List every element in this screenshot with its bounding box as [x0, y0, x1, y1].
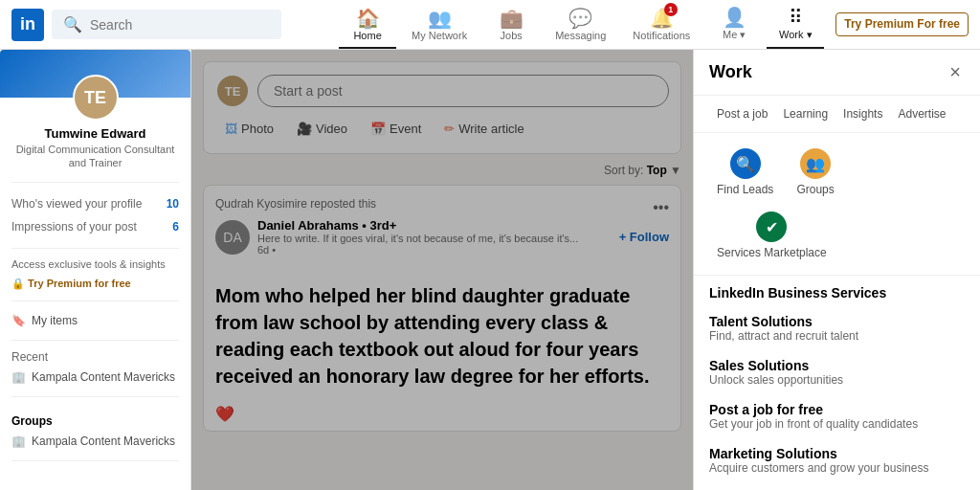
- nav-items: 🏠 Home 👥 My Network 💼 Jobs 💬 Messaging 🔔…: [339, 0, 969, 49]
- article-icon: ✏: [444, 122, 455, 136]
- groups-section: Groups 🏢 Kampala Content Mavericks: [11, 397, 179, 461]
- repost-meta: Qudrah Kyosimire reposted this: [215, 197, 376, 211]
- nav-messaging-label: Messaging: [555, 30, 606, 41]
- service-marketing-desc: Acquire customers and grow your business: [709, 461, 965, 475]
- quick-link-post-job[interactable]: Post a job: [709, 103, 775, 124]
- group-item-0[interactable]: 🏢 Kampala Content Mavericks: [11, 432, 179, 451]
- service-talent[interactable]: Talent Solutions Find, attract and recru…: [694, 306, 980, 350]
- avatar[interactable]: TE: [73, 75, 119, 121]
- groups-link[interactable]: 👥 Groups: [785, 141, 845, 204]
- find-leads-link[interactable]: 🔍 Find Leads: [705, 141, 785, 204]
- recent-section: Recent 🏢 Kampala Content Mavericks: [11, 341, 179, 397]
- stat-impressions-label: Impressions of your post: [11, 220, 137, 234]
- video-button[interactable]: 🎥 Video: [287, 116, 357, 142]
- services-marketplace-icon: ✔: [756, 212, 787, 242]
- video-label: Video: [316, 122, 347, 136]
- avatar-container: TE: [11, 75, 179, 121]
- left-sidebar: TE Tumwine Edward Digital Communication …: [0, 50, 191, 490]
- premium-button[interactable]: Try Premium For free: [835, 12, 969, 37]
- nav-item-notifications[interactable]: 🔔 1 Notifications: [621, 1, 702, 49]
- post-header: Qudrah Kyosimire reposted this ••• DA Da…: [204, 186, 680, 271]
- recent-label: Recent: [11, 350, 179, 364]
- home-icon: 🏠: [356, 7, 380, 30]
- write-article-button[interactable]: ✏ Write article: [434, 116, 533, 142]
- stat-impressions[interactable]: Impressions of your post 6: [11, 215, 179, 238]
- nav-notifications-label: Notifications: [633, 30, 690, 41]
- nav-home-label: Home: [353, 30, 381, 41]
- nav-item-network[interactable]: 👥 My Network: [400, 1, 479, 49]
- sort-label: Sort by:: [604, 164, 643, 177]
- nav-network-label: My Network: [412, 30, 467, 41]
- post-author-row: DA Daniel Abrahams • 3rd+ Here to write.…: [215, 218, 669, 256]
- services-marketplace-label: Services Marketplace: [717, 246, 827, 259]
- post-author-avatar: DA: [215, 220, 250, 255]
- messaging-icon: 💬: [568, 7, 592, 30]
- article-label: Write article: [458, 122, 523, 136]
- group-icon-0: 🏢: [11, 434, 26, 448]
- jobs-icon: 💼: [500, 7, 523, 30]
- stat-impressions-value: 6: [172, 220, 179, 234]
- service-marketing[interactable]: Marketing Solutions Acquire customers an…: [694, 438, 980, 482]
- work-quick-text-links: Post a job Learning Insights Advertise: [694, 96, 980, 133]
- quick-link-learning[interactable]: Learning: [775, 103, 835, 124]
- business-section-title: LinkedIn Business Services: [694, 276, 980, 306]
- premium-section: Access exclusive tools & insights Try Pr…: [11, 249, 179, 301]
- service-sales[interactable]: Sales Solutions Unlock sales opportuniti…: [694, 350, 980, 394]
- work-panel-header: Work ×: [694, 50, 980, 96]
- post-more-icon[interactable]: •••: [653, 199, 669, 216]
- groups-label: Groups: [796, 183, 834, 196]
- nav-work-label: Work ▾: [779, 29, 813, 41]
- me-icon: 👤: [723, 6, 746, 29]
- follow-button[interactable]: + Follow: [619, 230, 669, 244]
- feed: TE 🖼 Photo 🎥 Video 📅 Event ✏ Wr: [191, 50, 693, 490]
- post-input[interactable]: [257, 75, 669, 107]
- post-author-name[interactable]: Daniel Abrahams • 3rd+: [257, 218, 578, 233]
- event-icon: 📅: [370, 122, 386, 136]
- linkedin-logo[interactable]: in: [11, 9, 44, 41]
- nav-jobs-label: Jobs: [501, 30, 523, 41]
- nav-item-work[interactable]: ⠿ Work ▾: [767, 0, 824, 49]
- search-icon: 🔍: [63, 15, 82, 33]
- search-input[interactable]: [90, 17, 270, 33]
- work-panel-title: Work: [709, 62, 752, 82]
- profile-card: TE Tumwine Edward Digital Communication …: [11, 50, 179, 183]
- recent-item-0[interactable]: 🏢 Kampala Content Mavericks: [11, 368, 179, 387]
- post-reaction: ❤️: [204, 405, 680, 431]
- post-content-text: Mom who helped her blind daughter gradua…: [204, 271, 680, 405]
- network-icon: 👥: [428, 7, 452, 30]
- nav-item-messaging[interactable]: 💬 Messaging: [544, 1, 617, 49]
- services-marketplace-link[interactable]: ✔ Services Marketplace: [705, 204, 838, 267]
- service-post-job-name: Post a job for free: [709, 402, 965, 417]
- quick-link-insights[interactable]: Insights: [835, 103, 890, 124]
- sort-arrow-icon: ▼: [670, 164, 681, 177]
- post-time: 6d •: [257, 244, 578, 256]
- navbar: in 🔍 🏠 Home 👥 My Network 💼 Jobs 💬 Messag…: [0, 0, 980, 50]
- photo-button[interactable]: 🖼 Photo: [215, 116, 283, 142]
- service-post-job[interactable]: Post a job for free Get your job in fron…: [694, 394, 980, 438]
- work-grid-icon: ⠿: [789, 6, 803, 29]
- stat-views[interactable]: Who's viewed your profile 10: [11, 192, 179, 215]
- service-learning[interactable]: Learning Solutions Develop talent across…: [694, 482, 980, 490]
- close-button[interactable]: ×: [946, 61, 965, 83]
- search-bar[interactable]: 🔍: [52, 10, 281, 39]
- recent-item-label-0: Kampala Content Mavericks: [32, 370, 175, 384]
- feed-controls: Sort by: Top ▼: [203, 164, 681, 177]
- nav-item-me[interactable]: 👤 Me ▾: [705, 0, 763, 49]
- groups-label: Groups: [11, 407, 179, 432]
- event-button[interactable]: 📅 Event: [361, 116, 431, 142]
- quick-link-advertise[interactable]: Advertise: [890, 103, 953, 124]
- work-icon-links: 🔍 Find Leads 👥 Groups ✔ Services Marketp…: [694, 133, 980, 276]
- event-label: Event: [390, 122, 421, 136]
- photo-icon: 🖼: [225, 122, 237, 136]
- post-author-title: Here to write. If it goes viral, it's no…: [257, 233, 578, 244]
- nav-item-jobs[interactable]: 💼 Jobs: [482, 1, 540, 49]
- premium-link[interactable]: Try Premium for free: [11, 278, 131, 289]
- service-post-job-desc: Get your job in front of quality candida…: [709, 417, 965, 431]
- find-leads-icon: 🔍: [730, 148, 761, 179]
- service-sales-desc: Unlock sales opportunities: [709, 373, 965, 387]
- nav-item-home[interactable]: 🏠 Home: [339, 1, 396, 49]
- notifications-badge: 1: [664, 3, 678, 16]
- video-icon: 🎥: [297, 122, 312, 136]
- sort-value[interactable]: Top: [647, 164, 667, 177]
- my-items-item[interactable]: 🔖 My items: [11, 311, 179, 330]
